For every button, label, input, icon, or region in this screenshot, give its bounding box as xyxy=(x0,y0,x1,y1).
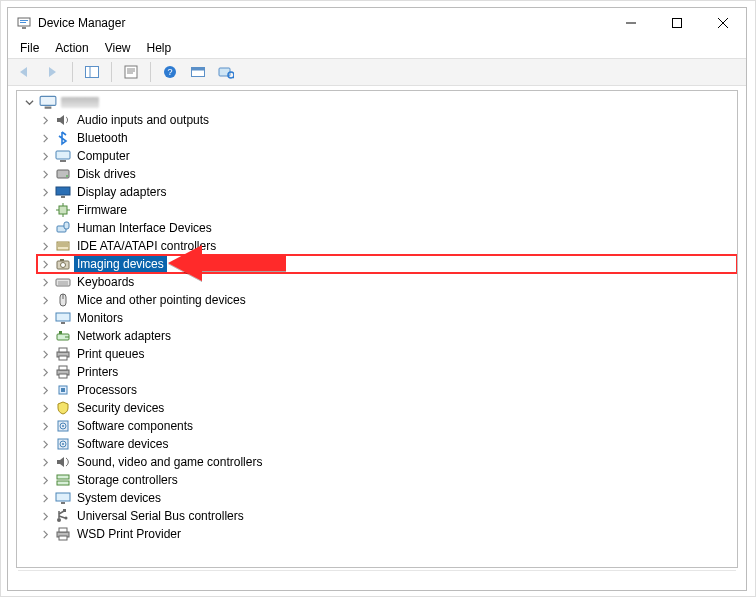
svg-point-65 xyxy=(62,425,64,427)
device-category[interactable]: Computer xyxy=(37,147,737,165)
svg-point-29 xyxy=(66,175,68,177)
svg-rect-59 xyxy=(59,366,67,370)
chevron-right-icon[interactable] xyxy=(39,258,51,270)
device-category[interactable]: Monitors xyxy=(37,309,737,327)
keyboard-icon xyxy=(55,274,71,290)
toolbar-separator xyxy=(150,62,151,82)
svg-rect-72 xyxy=(56,493,70,501)
toolbar-separator xyxy=(72,62,73,82)
svg-rect-70 xyxy=(57,475,69,479)
chevron-right-icon[interactable] xyxy=(39,510,51,522)
chevron-right-icon[interactable] xyxy=(39,132,51,144)
svg-rect-12 xyxy=(125,66,137,78)
device-category[interactable]: Processors xyxy=(37,381,737,399)
chevron-right-icon[interactable] xyxy=(39,492,51,504)
chevron-right-icon[interactable] xyxy=(39,276,51,288)
chevron-right-icon[interactable] xyxy=(39,384,51,396)
device-category-label: Software devices xyxy=(75,437,170,451)
printer-icon xyxy=(55,364,71,380)
device-category[interactable]: Security devices xyxy=(37,399,737,417)
device-category[interactable]: Mice and other pointing devices xyxy=(37,291,737,309)
device-category[interactable]: Software devices xyxy=(37,435,737,453)
device-category-label: Universal Serial Bus controllers xyxy=(75,509,246,523)
device-tree[interactable]: Audio inputs and outputsBluetoothCompute… xyxy=(16,90,738,568)
menu-view[interactable]: View xyxy=(97,39,139,57)
chevron-right-icon[interactable] xyxy=(39,312,51,324)
chevron-right-icon[interactable] xyxy=(39,222,51,234)
computer-icon xyxy=(39,94,57,110)
printer-icon xyxy=(55,526,71,542)
device-category-label: Network adapters xyxy=(75,329,173,343)
svg-rect-77 xyxy=(63,509,66,512)
sound-icon xyxy=(55,454,71,470)
chevron-right-icon[interactable] xyxy=(39,294,51,306)
device-category[interactable]: Bluetooth xyxy=(37,129,737,147)
svg-rect-73 xyxy=(61,502,65,504)
device-category-label: Imaging devices xyxy=(75,257,166,271)
software-icon xyxy=(55,436,71,452)
show-hide-pane-button[interactable] xyxy=(79,60,105,84)
chevron-right-icon[interactable] xyxy=(39,528,51,540)
chevron-right-icon[interactable] xyxy=(39,240,51,252)
chevron-right-icon[interactable] xyxy=(39,474,51,486)
chevron-right-icon[interactable] xyxy=(39,438,51,450)
svg-rect-1 xyxy=(20,20,28,21)
device-category[interactable]: Imaging devices xyxy=(37,255,737,273)
chevron-right-icon[interactable] xyxy=(39,456,51,468)
device-category-label: IDE ATA/ATAPI controllers xyxy=(75,239,218,253)
menubar: FileActionViewHelp xyxy=(8,38,746,58)
view-button[interactable] xyxy=(185,60,211,84)
chevron-down-icon[interactable] xyxy=(23,96,35,108)
menu-help[interactable]: Help xyxy=(139,39,180,57)
chevron-right-icon[interactable] xyxy=(39,114,51,126)
device-category[interactable]: Audio inputs and outputs xyxy=(37,111,737,129)
device-category[interactable]: WSD Print Provider xyxy=(37,525,737,543)
back-button xyxy=(12,60,38,84)
device-category[interactable]: IDE ATA/ATAPI controllers xyxy=(37,237,737,255)
chevron-right-icon[interactable] xyxy=(39,150,51,162)
device-category-label: Sound, video and game controllers xyxy=(75,455,264,469)
scan-hardware-button[interactable] xyxy=(213,60,239,84)
camera-icon xyxy=(55,256,71,272)
svg-rect-31 xyxy=(61,196,65,198)
device-category[interactable]: Firmware xyxy=(37,201,737,219)
help-button[interactable]: ? xyxy=(157,60,183,84)
chevron-right-icon[interactable] xyxy=(39,186,51,198)
device-category[interactable]: Human Interface Devices xyxy=(37,219,737,237)
device-category[interactable]: Print queues xyxy=(37,345,737,363)
minimize-button[interactable] xyxy=(608,8,654,38)
chevron-right-icon[interactable] xyxy=(39,330,51,342)
device-category[interactable]: Storage controllers xyxy=(37,471,737,489)
svg-rect-81 xyxy=(59,528,67,532)
chevron-right-icon[interactable] xyxy=(39,204,51,216)
chevron-right-icon[interactable] xyxy=(39,366,51,378)
monitor-icon xyxy=(55,310,71,326)
computer-icon xyxy=(55,148,71,164)
chevron-right-icon[interactable] xyxy=(39,402,51,414)
device-category[interactable]: Universal Serial Bus controllers xyxy=(37,507,737,525)
close-button[interactable] xyxy=(700,8,746,38)
maximize-button[interactable] xyxy=(654,8,700,38)
chevron-right-icon[interactable] xyxy=(39,168,51,180)
device-category[interactable]: System devices xyxy=(37,489,737,507)
device-category[interactable]: Keyboards xyxy=(37,273,737,291)
svg-rect-26 xyxy=(56,151,70,159)
svg-marker-8 xyxy=(20,67,27,77)
svg-rect-19 xyxy=(192,68,205,71)
ide-icon xyxy=(55,238,71,254)
root-node[interactable] xyxy=(21,93,737,111)
menu-file[interactable]: File xyxy=(12,39,47,57)
device-category[interactable]: Sound, video and game controllers xyxy=(37,453,737,471)
device-category[interactable]: Printers xyxy=(37,363,737,381)
svg-text:?: ? xyxy=(167,67,172,77)
device-category[interactable]: Disk drives xyxy=(37,165,737,183)
network-icon xyxy=(55,328,71,344)
properties-button[interactable] xyxy=(118,60,144,84)
svg-point-68 xyxy=(62,443,64,445)
chevron-right-icon[interactable] xyxy=(39,348,51,360)
device-category[interactable]: Display adapters xyxy=(37,183,737,201)
device-category[interactable]: Software components xyxy=(37,417,737,435)
menu-action[interactable]: Action xyxy=(47,39,96,57)
chevron-right-icon[interactable] xyxy=(39,420,51,432)
device-category[interactable]: Network adapters xyxy=(37,327,737,345)
